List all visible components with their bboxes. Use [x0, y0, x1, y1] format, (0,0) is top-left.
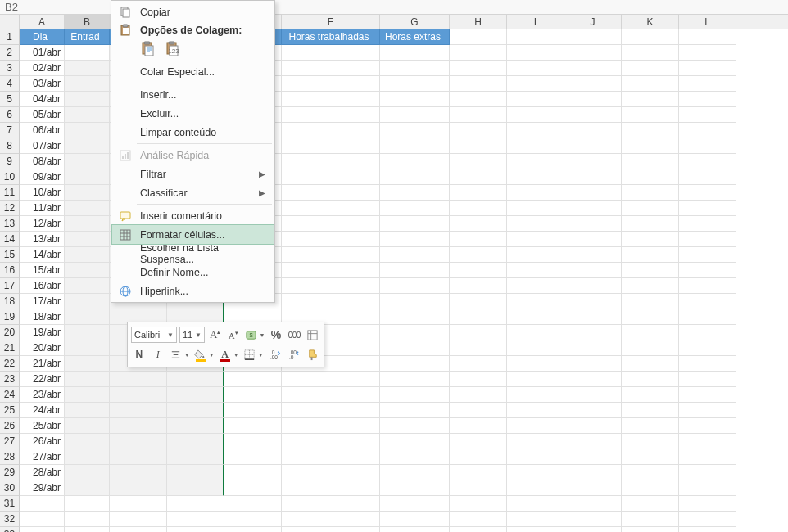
cell-H11[interactable] [450, 185, 507, 201]
row-header-27[interactable]: 27 [0, 434, 20, 449]
cell-B3[interactable] [65, 61, 110, 76]
borders-split[interactable]: ▼ [242, 346, 265, 363]
cell-F9[interactable] [282, 154, 380, 169]
cell-L22[interactable] [679, 356, 736, 372]
paste-normal-button[interactable] [138, 39, 158, 59]
cell-H15[interactable] [450, 247, 507, 263]
cell-F6[interactable] [282, 107, 380, 123]
cell-L27[interactable] [679, 434, 736, 449]
cell-I2[interactable] [507, 45, 564, 61]
cell-I18[interactable] [507, 294, 564, 309]
cell-F4[interactable] [282, 76, 380, 92]
cell-L10[interactable] [679, 169, 736, 185]
cell-G19[interactable] [380, 309, 450, 325]
cell-F5[interactable] [282, 92, 380, 107]
dropdown-icon[interactable]: ▼ [258, 327, 265, 343]
cell-G29[interactable] [380, 465, 450, 480]
cell-K4[interactable] [622, 76, 679, 92]
row-header-1[interactable]: 1 [0, 29, 20, 45]
font-size-combo[interactable]: 11 ▼ [179, 327, 205, 343]
cell-E24[interactable] [224, 387, 282, 403]
cell-H24[interactable] [450, 387, 507, 403]
cell-J20[interactable] [564, 325, 622, 340]
cell-F25[interactable] [282, 403, 380, 418]
cell-A13[interactable]: 12/abr [20, 216, 65, 232]
cell-B16[interactable] [65, 263, 110, 278]
cell-F26[interactable] [282, 418, 380, 434]
cell-K20[interactable] [622, 325, 679, 340]
cell-G9[interactable] [380, 154, 450, 169]
cell-J22[interactable] [564, 356, 622, 372]
cell-B6[interactable] [65, 107, 110, 123]
font-name-combo[interactable]: Calibri ▼ [131, 327, 177, 343]
cell-C31[interactable] [110, 496, 167, 512]
cell-C24[interactable] [110, 387, 167, 403]
cell-K22[interactable] [622, 356, 679, 372]
row-header-13[interactable]: 13 [0, 216, 20, 232]
cell-B26[interactable] [65, 418, 110, 434]
cell-A11[interactable]: 10/abr [20, 185, 65, 201]
cell-E25[interactable] [224, 403, 282, 418]
row-header-12[interactable]: 12 [0, 201, 20, 216]
cell-I23[interactable] [507, 372, 564, 387]
cell-H28[interactable] [450, 449, 507, 465]
cell-H12[interactable] [450, 201, 507, 216]
cell-L19[interactable] [679, 309, 736, 325]
cell-H6[interactable] [450, 107, 507, 123]
cell-B14[interactable] [65, 232, 110, 247]
decrease-decimal-button[interactable]: .00.0 [285, 346, 301, 363]
cell-J5[interactable] [564, 92, 622, 107]
cell-K25[interactable] [622, 403, 679, 418]
cell-L21[interactable] [679, 340, 736, 356]
cell-J12[interactable] [564, 201, 622, 216]
cell-H7[interactable] [450, 123, 507, 138]
cell-L28[interactable] [679, 449, 736, 465]
cell-I14[interactable] [507, 232, 564, 247]
font-color-split[interactable]: A ▼ [218, 346, 240, 363]
row-header-21[interactable]: 21 [0, 340, 20, 356]
cell-C25[interactable] [110, 403, 167, 418]
menu-copy[interactable]: Copiar [112, 2, 274, 21]
cell-I13[interactable] [507, 216, 564, 232]
cell-B8[interactable] [65, 138, 110, 154]
accounting-format-split[interactable]: $ ▼ [243, 327, 265, 343]
cell-C33[interactable] [110, 527, 167, 532]
cell-C30[interactable] [110, 480, 167, 496]
cell-D32[interactable] [167, 512, 224, 527]
align-split[interactable]: ▼ [169, 346, 191, 363]
cell-L12[interactable] [679, 201, 736, 216]
cell-J6[interactable] [564, 107, 622, 123]
cell-I19[interactable] [507, 309, 564, 325]
column-header-J[interactable]: J [564, 15, 622, 29]
cell-L33[interactable] [679, 527, 736, 532]
cell-K30[interactable] [622, 480, 679, 496]
cell-G14[interactable] [380, 232, 450, 247]
cell-K29[interactable] [622, 465, 679, 480]
cell-H33[interactable] [450, 527, 507, 532]
cell-J27[interactable] [564, 434, 622, 449]
cell-A26[interactable]: 25/abr [20, 418, 65, 434]
increase-font-button[interactable]: A▴ [207, 327, 223, 343]
cell-I3[interactable] [507, 61, 564, 76]
cell-A33[interactable] [20, 527, 65, 532]
column-header-A[interactable]: A [20, 15, 65, 29]
cell-F3[interactable] [282, 61, 380, 76]
row-header-17[interactable]: 17 [0, 278, 20, 294]
cell-J21[interactable] [564, 340, 622, 356]
cell-A7[interactable]: 06/abr [20, 123, 65, 138]
column-header-L[interactable]: L [679, 15, 736, 29]
cell-B17[interactable] [65, 278, 110, 294]
cell-H16[interactable] [450, 263, 507, 278]
cell-L7[interactable] [679, 123, 736, 138]
cell-C26[interactable] [110, 418, 167, 434]
cell-J17[interactable] [564, 278, 622, 294]
cell-A29[interactable]: 28/abr [20, 465, 65, 480]
menu-insert-comment[interactable]: Inserir comentário [112, 206, 274, 225]
cell-K11[interactable] [622, 185, 679, 201]
row-header-29[interactable]: 29 [0, 465, 20, 480]
cell-L20[interactable] [679, 325, 736, 340]
cell-B24[interactable] [65, 387, 110, 403]
cell-E28[interactable] [224, 449, 282, 465]
cell-L5[interactable] [679, 92, 736, 107]
cell-K28[interactable] [622, 449, 679, 465]
